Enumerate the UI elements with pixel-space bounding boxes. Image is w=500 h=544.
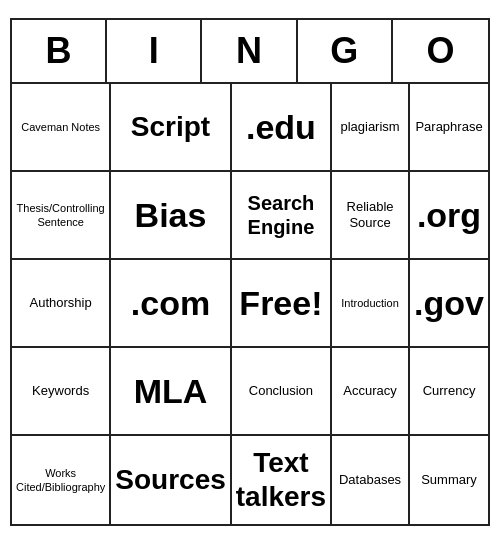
cell-label: Paraphrase	[415, 119, 482, 135]
cell-label: .gov	[414, 283, 484, 324]
header-letter: I	[107, 20, 202, 82]
cell-label: Bias	[135, 195, 207, 236]
cell-label: Thesis/Controlling Sentence	[16, 201, 105, 230]
cell-label: Authorship	[30, 295, 92, 311]
bingo-cell-sources[interactable]: Sources	[111, 436, 232, 524]
bingo-cell-plagiarism[interactable]: plagiarism	[332, 84, 410, 172]
bingo-cell-text-talkers[interactable]: Text talkers	[232, 436, 332, 524]
bingo-card: BINGO Caveman NotesScript.eduplagiarismP…	[10, 18, 490, 526]
cell-label: Text talkers	[236, 446, 326, 513]
cell-label: Sources	[115, 463, 226, 497]
cell-label: Script	[131, 110, 210, 144]
cell-label: .edu	[246, 107, 316, 148]
header-letter: G	[298, 20, 393, 82]
cell-label: plagiarism	[340, 119, 399, 135]
header-letter: N	[202, 20, 297, 82]
cell-label: Caveman Notes	[21, 120, 100, 134]
bingo-cell-free[interactable]: Free!	[232, 260, 332, 348]
cell-label: Free!	[239, 283, 322, 324]
cell-label: Currency	[423, 383, 476, 399]
cell-label: Works Cited/Bibliography	[16, 466, 105, 495]
cell-label: .com	[131, 283, 210, 324]
cell-label: Search Engine	[236, 191, 326, 239]
bingo-cell-databases[interactable]: Databases	[332, 436, 410, 524]
cell-label: Summary	[421, 472, 477, 488]
cell-label: Introduction	[341, 296, 398, 310]
bingo-cell-bias[interactable]: Bias	[111, 172, 232, 260]
bingo-cell-conclusion[interactable]: Conclusion	[232, 348, 332, 436]
bingo-cell-accuracy[interactable]: Accuracy	[332, 348, 410, 436]
bingo-header: BINGO	[12, 20, 488, 84]
bingo-cell-works-cited[interactable]: Works Cited/Bibliography	[12, 436, 111, 524]
header-letter: O	[393, 20, 488, 82]
bingo-cell-reliable-source[interactable]: Reliable Source	[332, 172, 410, 260]
bingo-cell-paraphrase[interactable]: Paraphrase	[410, 84, 488, 172]
bingo-cell-org[interactable]: .org	[410, 172, 488, 260]
bingo-cell-currency[interactable]: Currency	[410, 348, 488, 436]
cell-label: Keywords	[32, 383, 89, 399]
cell-label: Databases	[339, 472, 401, 488]
bingo-cell-introduction[interactable]: Introduction	[332, 260, 410, 348]
bingo-cell-com[interactable]: .com	[111, 260, 232, 348]
bingo-cell-thesis[interactable]: Thesis/Controlling Sentence	[12, 172, 111, 260]
bingo-cell-mla[interactable]: MLA	[111, 348, 232, 436]
cell-label: Accuracy	[343, 383, 396, 399]
cell-label: Conclusion	[249, 383, 313, 399]
bingo-cell-search-engine[interactable]: Search Engine	[232, 172, 332, 260]
bingo-cell-edu[interactable]: .edu	[232, 84, 332, 172]
cell-label: MLA	[134, 371, 208, 412]
bingo-cell-summary[interactable]: Summary	[410, 436, 488, 524]
bingo-cell-caveman-notes[interactable]: Caveman Notes	[12, 84, 111, 172]
cell-label: Reliable Source	[336, 199, 404, 230]
bingo-cell-keywords[interactable]: Keywords	[12, 348, 111, 436]
bingo-cell-script[interactable]: Script	[111, 84, 232, 172]
bingo-cell-gov[interactable]: .gov	[410, 260, 488, 348]
bingo-cell-authorship[interactable]: Authorship	[12, 260, 111, 348]
bingo-grid: Caveman NotesScript.eduplagiarismParaphr…	[12, 84, 488, 524]
header-letter: B	[12, 20, 107, 82]
cell-label: .org	[417, 195, 481, 236]
